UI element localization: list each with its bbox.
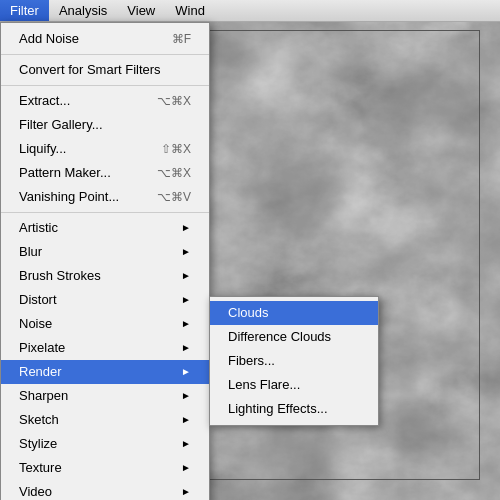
menu-add-noise-shortcut: ⌘F — [172, 29, 191, 49]
menu-sketch[interactable]: Sketch ► — [1, 408, 209, 432]
menubar-view[interactable]: View — [117, 0, 165, 21]
menu-pattern-maker-label: Pattern Maker... — [19, 163, 111, 183]
menu-add-noise-label: Add Noise — [19, 29, 79, 49]
submenu-lens-flare[interactable]: Lens Flare... — [210, 373, 378, 397]
menubar-view-label: View — [127, 3, 155, 18]
menu-filter-gallery-label: Filter Gallery... — [19, 115, 103, 135]
menubar-analysis[interactable]: Analysis — [49, 0, 117, 21]
render-submenu: Clouds Difference Clouds Fibers... Lens … — [209, 296, 379, 426]
menu-noise-arrow: ► — [181, 314, 191, 334]
submenu-clouds-label: Clouds — [228, 303, 268, 323]
menubar: Filter Analysis View Wind — [0, 0, 500, 22]
menu-convert-smart[interactable]: Convert for Smart Filters — [1, 58, 209, 82]
menu-sharpen-label: Sharpen — [19, 386, 68, 406]
menu-pixelate-label: Pixelate — [19, 338, 65, 358]
submenu-fibers[interactable]: Fibers... — [210, 349, 378, 373]
menu-artistic-label: Artistic — [19, 218, 58, 238]
menu-pixelate[interactable]: Pixelate ► — [1, 336, 209, 360]
menu-brush-strokes-arrow: ► — [181, 266, 191, 286]
menu-brush-strokes-label: Brush Strokes — [19, 266, 101, 286]
menu-extract-shortcut: ⌥⌘X — [157, 91, 191, 111]
menu-video[interactable]: Video ► — [1, 480, 209, 500]
submenu-lens-flare-label: Lens Flare... — [228, 375, 300, 395]
menu-sharpen[interactable]: Sharpen ► — [1, 384, 209, 408]
menubar-wind[interactable]: Wind — [165, 0, 215, 21]
submenu-difference-clouds[interactable]: Difference Clouds — [210, 325, 378, 349]
menubar-wind-label: Wind — [175, 3, 205, 18]
menu-sketch-label: Sketch — [19, 410, 59, 430]
menu-render-arrow: ► — [181, 362, 191, 382]
menu-render[interactable]: Render ► — [1, 360, 209, 384]
menu-blur-label: Blur — [19, 242, 42, 262]
menubar-analysis-label: Analysis — [59, 3, 107, 18]
submenu-difference-clouds-label: Difference Clouds — [228, 327, 331, 347]
submenu-fibers-label: Fibers... — [228, 351, 275, 371]
menu-liquify-label: Liquify... — [19, 139, 66, 159]
menu-add-noise[interactable]: Add Noise ⌘F — [1, 27, 209, 51]
submenu-lighting-effects[interactable]: Lighting Effects... — [210, 397, 378, 421]
menubar-filter-label: Filter — [10, 3, 39, 18]
menu-video-arrow: ► — [181, 482, 191, 500]
menu-texture-arrow: ► — [181, 458, 191, 478]
menu-distort-arrow: ► — [181, 290, 191, 310]
menu-texture[interactable]: Texture ► — [1, 456, 209, 480]
menubar-filter[interactable]: Filter — [0, 0, 49, 21]
menu-video-label: Video — [19, 482, 52, 500]
separator-3 — [1, 212, 209, 213]
menu-artistic-arrow: ► — [181, 218, 191, 238]
menu-pattern-maker-shortcut: ⌥⌘X — [157, 163, 191, 183]
menu-noise-label: Noise — [19, 314, 52, 334]
separator-1 — [1, 54, 209, 55]
menu-liquify-shortcut: ⇧⌘X — [161, 139, 191, 159]
menu-texture-label: Texture — [19, 458, 62, 478]
menu-extract[interactable]: Extract... ⌥⌘X — [1, 89, 209, 113]
menu-distort[interactable]: Distort ► — [1, 288, 209, 312]
menu-stylize-label: Stylize — [19, 434, 57, 454]
menu-render-label: Render — [19, 362, 62, 382]
menu-pattern-maker[interactable]: Pattern Maker... ⌥⌘X — [1, 161, 209, 185]
menu-filter-gallery[interactable]: Filter Gallery... — [1, 113, 209, 137]
menu-pixelate-arrow: ► — [181, 338, 191, 358]
menu-stylize-arrow: ► — [181, 434, 191, 454]
menu-noise[interactable]: Noise ► — [1, 312, 209, 336]
menu-liquify[interactable]: Liquify... ⇧⌘X — [1, 137, 209, 161]
menu-convert-smart-label: Convert for Smart Filters — [19, 60, 161, 80]
menu-distort-label: Distort — [19, 290, 57, 310]
menu-artistic[interactable]: Artistic ► — [1, 216, 209, 240]
menu-vanishing-point-shortcut: ⌥⌘V — [157, 187, 191, 207]
menu-stylize[interactable]: Stylize ► — [1, 432, 209, 456]
menu-blur-arrow: ► — [181, 242, 191, 262]
submenu-clouds[interactable]: Clouds — [210, 301, 378, 325]
menu-blur[interactable]: Blur ► — [1, 240, 209, 264]
filter-menu: Add Noise ⌘F Convert for Smart Filters E… — [0, 22, 210, 500]
menu-brush-strokes[interactable]: Brush Strokes ► — [1, 264, 209, 288]
menu-vanishing-point[interactable]: Vanishing Point... ⌥⌘V — [1, 185, 209, 209]
menu-extract-label: Extract... — [19, 91, 70, 111]
separator-2 — [1, 85, 209, 86]
menu-vanishing-point-label: Vanishing Point... — [19, 187, 119, 207]
submenu-lighting-effects-label: Lighting Effects... — [228, 399, 328, 419]
menu-sharpen-arrow: ► — [181, 386, 191, 406]
menu-sketch-arrow: ► — [181, 410, 191, 430]
